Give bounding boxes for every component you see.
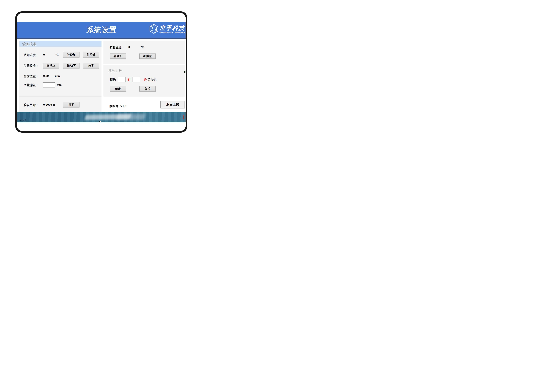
reserve-cancel-button[interactable]: 取消 [139, 86, 156, 91]
version-row: 版本号: V1.0 [109, 104, 126, 108]
screen: 系统设置 世孚科技 专业的制造自动化、智能化服务商 [17, 13, 186, 131]
offset-unit: mm [57, 83, 62, 87]
brand-name: 世孚科技 [159, 25, 185, 31]
current-pos-label: 当前位置： [24, 74, 39, 78]
version-label: 版本号: [109, 104, 120, 108]
current-pos-value: 0.00 [43, 74, 49, 78]
calibration-panel-title: 设备校准 [22, 42, 36, 46]
version-value: V1.0 [120, 104, 126, 108]
roller-time-value: 0/2000 H [43, 103, 55, 106]
jog-up-button[interactable]: 微动上 [43, 63, 59, 68]
monitor-comp-plus-button[interactable]: 补偿加 [110, 53, 126, 59]
connection-status-label: 连接状态: [19, 119, 27, 121]
calibration-panel: 设备校准 烫印温度： 0 ℃ 补偿加 补偿减 位置校准： 微动上 微动下 校零 … [19, 40, 101, 112]
reserve-prefix-label: 预约 [110, 78, 116, 82]
brand-tagline: 专业的制造自动化、智能化服务商 [160, 31, 185, 34]
roller-clear-button[interactable]: 清零 [63, 102, 80, 107]
stamp-comp-plus-button[interactable]: 补偿加 [63, 52, 80, 58]
zero-cal-button[interactable]: 校零 [83, 63, 99, 68]
calibration-panel-header: 设备校准 [19, 40, 101, 47]
header-bar: 系统设置 世孚科技 专业的制造自动化、智能化服务商 [17, 22, 186, 39]
monitor-temp-value: 0 [128, 45, 130, 49]
monitor-comp-minus-button[interactable]: 补偿减 [139, 53, 156, 59]
reserve-heating-title: 预约加热 [108, 69, 122, 73]
reserve-suffix-label: 后加热 [148, 78, 157, 82]
reserve-heating-panel: 预约加热 预约 时 分 后加热 确定 取消 [103, 65, 185, 97]
reserve-hour-unit: 时 [128, 78, 130, 82]
status-red-mark: ) [183, 114, 184, 119]
roller-time-label: 胶辊用时： [24, 103, 39, 107]
monitor-temp-unit: ℃ [140, 45, 144, 49]
reserve-hour-input[interactable] [118, 77, 126, 82]
header-bottom-strip [17, 38, 186, 39]
position-cal-label: 位置校准： [24, 64, 39, 68]
brand-text: 世孚科技 专业的制造自动化、智能化服务商 [160, 25, 185, 34]
reserve-ok-button[interactable]: 确定 [110, 86, 126, 91]
offset-input[interactable] [43, 82, 55, 88]
monitor-temp-label: 监测温度： [110, 45, 125, 49]
stamp-temp-value: 0 [43, 53, 45, 56]
back-button[interactable]: 返回上级 [160, 101, 185, 108]
status-bar: 连接状态: ) [17, 112, 186, 122]
jog-down-button[interactable]: 微动下 [63, 63, 80, 68]
page: 系统设置 世孚科技 专业的制造自动化、智能化服务商 [0, 0, 202, 142]
stamp-temp-label: 烫印温度： [24, 53, 39, 57]
current-pos-unit: mm [55, 74, 60, 78]
edge-clipped-widget [184, 71, 186, 73]
monitor-panel: 监测温度： 0 ℃ 补偿加 补偿减 [103, 40, 185, 64]
stamp-temp-unit: ℃ [55, 53, 59, 57]
status-bottom-line [17, 122, 186, 122]
stamp-comp-minus-button[interactable]: 补偿减 [83, 52, 99, 58]
page-title: 系统设置 [86, 22, 117, 38]
offset-label: 位置偏差： [24, 83, 39, 87]
brand-block: 世孚科技 专业的制造自动化、智能化服务商 [149, 24, 185, 34]
device-frame: 系统设置 世孚科技 专业的制造自动化、智能化服务商 [15, 11, 187, 133]
panel-separator [19, 96, 101, 97]
reserve-minute-input[interactable] [132, 77, 140, 82]
brand-logo-icon [149, 24, 159, 34]
reserve-minute-unit: 分 [144, 78, 147, 82]
watermark-blur-2 [116, 114, 146, 120]
